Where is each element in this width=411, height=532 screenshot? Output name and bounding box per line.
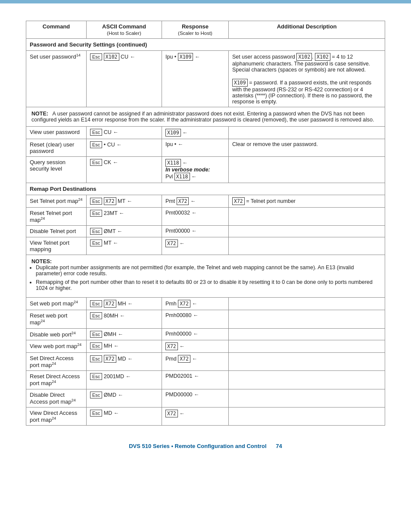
cmd-set-user-password: Set user password14 xyxy=(26,51,87,107)
password-section-title: Password and Security Settings (continue… xyxy=(26,39,385,51)
col-header-command: Command xyxy=(26,21,87,39)
ascii-disable-web-port: Esc ØMH ← xyxy=(87,328,162,340)
desc-view-direct xyxy=(229,407,385,425)
ascii-reset-telnet: Esc 23MT ← xyxy=(87,208,162,226)
remap-section-header: Remap Port Destinations xyxy=(26,183,385,195)
table-row: View Telnet port mapping Esc MT ← X72 ← xyxy=(26,237,385,255)
remap-notes-list: Duplicate port number assignments are no… xyxy=(31,264,380,291)
table-row: View web port map24 Esc MH ← X72 ← xyxy=(26,340,385,352)
table-row: Reset web port map24 Esc 80MH ← Pmh00080… xyxy=(26,310,385,328)
table-row: Query session security level Esc CK ← X1… xyxy=(26,157,385,183)
desc-disable-web-port xyxy=(229,328,385,340)
ascii-disable-telnet: Esc ØMT ← xyxy=(87,226,162,237)
x109-resp-box: X109 xyxy=(165,129,181,137)
table-row: View Direct Access port map24 Esc MD ← X… xyxy=(26,407,385,425)
col1-label: Command xyxy=(43,23,70,30)
col2-label: ASCII Command xyxy=(102,23,146,30)
resp-reset-direct: PMD02001 ← xyxy=(162,371,229,389)
ascii-reset-user-password: Esc • CU ← xyxy=(87,139,162,157)
esc-key: Esc xyxy=(90,228,102,235)
table-row: Reset Telnet port map24 Esc 23MT ← Pmt00… xyxy=(26,208,385,226)
desc-disable-telnet xyxy=(229,226,385,237)
x72-resp-web-box: X72 xyxy=(178,300,190,308)
resp-disable-telnet: Pmt00000 ← xyxy=(162,226,229,237)
esc-key: Esc xyxy=(90,392,102,398)
resp-set-user-password: Ipu • X109 ← xyxy=(162,51,229,107)
resp-set-direct: Pmd X72 ← xyxy=(162,352,229,370)
esc-key: Esc xyxy=(90,355,102,362)
x72-resp-direct-box: X72 xyxy=(178,355,190,363)
table-row: Set Telnet port map24 Esc X72 MT ← Pmt X… xyxy=(26,195,385,208)
x72-desc-box: X72 xyxy=(232,197,245,205)
resp-disable-direct: PMD00000 ← xyxy=(162,389,229,407)
desc-view-web-port xyxy=(229,340,385,352)
desc-view-user-password xyxy=(229,127,385,139)
notes-label: NOTES: xyxy=(31,258,52,264)
esc-key: Esc xyxy=(90,410,102,417)
col3-sub-label: (Scaler to Host) xyxy=(178,31,212,36)
desc-set-telnet: X72 = Telnet port number xyxy=(229,195,385,208)
table-row: Set web port map24 Esc X72 MH ← Pmh X72 … xyxy=(26,298,385,310)
desc-reset-direct xyxy=(229,371,385,389)
x118-resp-box: X118 xyxy=(165,159,181,167)
x72-view-web-box: X72 xyxy=(165,342,178,350)
cmd-disable-direct: Disable Direct Access port map24 xyxy=(26,389,87,407)
ascii-view-direct: Esc MD ← xyxy=(87,407,162,425)
x72-resp-telnet-box: X72 xyxy=(177,197,189,205)
cmd-disable-web-port: Disable web port24 xyxy=(26,328,87,340)
x109-box: X109 xyxy=(178,53,193,61)
remap-section-title: Remap Port Destinations xyxy=(26,183,385,195)
cmd-reset-user-password: Reset (clear) user password xyxy=(26,139,87,157)
desc-reset-user-password: Clear or remove the user password. xyxy=(229,139,385,157)
resp-query-session: X118 ← In verbose mode: Pvl X118 ← xyxy=(162,157,229,183)
main-table: Command ASCII Command (Host to Scaler) R… xyxy=(26,21,385,426)
resp-reset-web-port: Pmh00080 ← xyxy=(162,310,229,328)
password-note-cell: NOTE: A user password cannot be assigned… xyxy=(26,107,385,127)
esc-key: Esc xyxy=(90,300,102,307)
ascii-set-web-port: Esc X72 MH ← xyxy=(87,298,162,310)
password-section-header: Password and Security Settings (continue… xyxy=(26,39,385,51)
password-note-row: NOTE: A user password cannot be assigned… xyxy=(26,107,385,127)
desc-reset-web-port xyxy=(229,310,385,328)
desc-set-direct xyxy=(229,352,385,370)
resp-reset-user-password: Ipu • ← xyxy=(162,139,229,157)
esc-key: Esc xyxy=(90,312,102,319)
resp-view-user-password: X109 ← xyxy=(162,127,229,139)
desc-set-user-password: Set user access password X102. X102 = 4 … xyxy=(229,51,385,107)
esc-key: Esc xyxy=(90,159,102,166)
desc-view-telnet xyxy=(229,237,385,255)
cmd-view-telnet: View Telnet port mapping xyxy=(26,237,87,255)
table-row: Disable web port24 Esc ØMH ← Pmh00000 ← xyxy=(26,328,385,340)
top-bar xyxy=(0,0,411,3)
col2-sub-label: (Host to Scaler) xyxy=(107,31,141,36)
cmd-view-direct: View Direct Access port map24 xyxy=(26,407,87,425)
ascii-query-session: Esc CK ← xyxy=(87,157,162,183)
footer-page: 74 xyxy=(276,443,282,449)
x72-set-telnet-box: X72 xyxy=(104,197,116,205)
cmd-view-web-port: View web port map24 xyxy=(26,340,87,352)
x109-desc-box: X109 xyxy=(232,79,248,87)
esc-key: Esc xyxy=(90,198,102,205)
remap-note-1: Duplicate port number assignments are no… xyxy=(36,264,380,277)
esc-key: Esc xyxy=(90,210,102,217)
x72-set-web-box: X72 xyxy=(104,300,116,308)
table-row: Reset Direct Access port map24 Esc 2001M… xyxy=(26,371,385,389)
page-content: Command ASCII Command (Host to Scaler) R… xyxy=(0,3,411,475)
table-row: Set Direct Access port map24 Esc X72 MD … xyxy=(26,352,385,370)
ascii-view-user-password: Esc CU ← xyxy=(87,127,162,139)
cmd-set-telnet: Set Telnet port map24 xyxy=(26,195,87,208)
remap-note-2: Remapping of the port number other than … xyxy=(36,279,380,291)
resp-set-telnet: Pmt X72 ← xyxy=(162,195,229,208)
desc-disable-direct xyxy=(229,389,385,407)
footer: DVS 510 Series • Remote Configuration an… xyxy=(26,443,385,449)
x102-box: X102 xyxy=(104,53,119,61)
ascii-set-direct: Esc X72 MD ← xyxy=(87,352,162,370)
esc-key: Esc xyxy=(90,129,102,136)
x72-view-direct-box: X72 xyxy=(165,410,178,417)
esc-key: Esc xyxy=(90,373,102,380)
cmd-reset-web-port: Reset web port map24 xyxy=(26,310,87,328)
x102-desc-box: X102 xyxy=(296,53,312,61)
ascii-view-telnet: Esc MT ← xyxy=(87,237,162,255)
x118-verbose-box: X118 xyxy=(174,173,190,180)
x72-view-box: X72 xyxy=(165,240,178,247)
